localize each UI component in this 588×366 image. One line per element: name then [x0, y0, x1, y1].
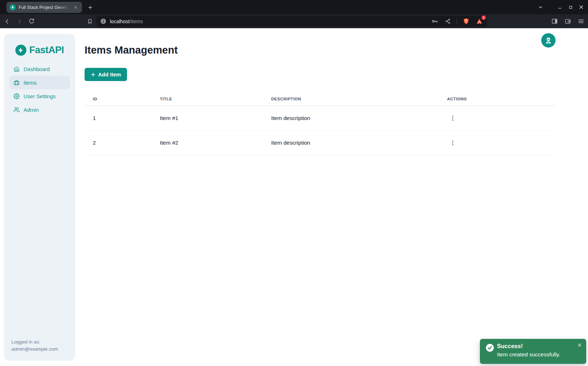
browser-titlebar: Full Stack Project Genera [0, 0, 588, 14]
urlbar-actions: 1 [430, 17, 483, 26]
table-row: 2 Item #2 Item description [84, 130, 555, 155]
column-header-id: ID [84, 92, 151, 106]
column-header-description: DESCRIPTION [263, 92, 439, 106]
url-path: /items [130, 19, 143, 24]
sidebar-item-label: Items [24, 80, 37, 86]
briefcase-icon [14, 80, 20, 86]
toast-close-icon[interactable] [576, 341, 583, 349]
add-item-button[interactable]: Add Item [85, 68, 127, 81]
cell-title: Item #1 [151, 106, 263, 130]
key-icon[interactable] [430, 17, 439, 26]
cell-description: Item description [263, 106, 439, 130]
column-header-actions: ACTIONS [439, 92, 555, 106]
fastapi-logo-icon [15, 45, 26, 56]
page-title: Items Management [85, 44, 178, 56]
table-header-row: ID TITLE DESCRIPTION ACTIONS [84, 92, 555, 106]
cell-actions [439, 130, 555, 155]
gear-icon [14, 93, 20, 99]
cell-id: 1 [84, 106, 151, 130]
brave-shield-icon[interactable] [462, 17, 470, 26]
logged-in-label: Logged in as: [11, 339, 58, 346]
users-icon [14, 107, 20, 113]
kebab-menu-icon [450, 115, 456, 121]
window-controls [535, 0, 587, 14]
cell-description: Item description [263, 130, 439, 155]
chevron-down-icon[interactable] [535, 2, 546, 12]
toolbar-divider [457, 18, 457, 24]
logged-in-info: Logged in as: admin@example.com [11, 339, 58, 353]
app-logo-text: FastAPI [29, 45, 64, 56]
user-menu-button[interactable] [541, 33, 556, 47]
sidebar: FastAPI Dashboard Items User Settings Ad… [4, 34, 75, 361]
cell-actions [439, 106, 555, 130]
check-circle-icon [485, 343, 495, 354]
forward-button[interactable] [15, 17, 24, 26]
sidebar-item-label: Admin [24, 107, 39, 113]
browser-tab[interactable]: Full Stack Project Genera [6, 2, 82, 13]
sidebar-item-label: Dashboard [24, 66, 50, 72]
sidebar-item-dashboard[interactable]: Dashboard [9, 62, 70, 76]
rewards-badge: 1 [481, 15, 486, 20]
table-row: 1 Item #1 Item description [84, 106, 555, 130]
logged-in-email: admin@example.com [11, 346, 58, 353]
brave-rewards-icon[interactable]: 1 [475, 17, 483, 26]
reload-button[interactable] [27, 17, 36, 26]
sidebar-nav: Dashboard Items User Settings Admin [9, 62, 70, 116]
success-toast: Success! Item created successfully. [480, 339, 586, 364]
cell-title: Item #2 [151, 130, 263, 155]
page-content: FastAPI Dashboard Items User Settings Ad… [0, 28, 588, 366]
toolbar-right [550, 14, 585, 28]
row-actions-menu-button[interactable] [448, 138, 458, 148]
user-astronaut-icon [544, 36, 552, 44]
items-table: ID TITLE DESCRIPTION ACTIONS 1 Item #1 I… [84, 92, 555, 155]
new-tab-button[interactable] [86, 3, 95, 12]
maximize-button[interactable] [565, 2, 576, 12]
sidebar-item-user-settings[interactable]: User Settings [9, 89, 70, 103]
wallet-icon[interactable] [563, 17, 572, 26]
sidebar-item-admin[interactable]: Admin [9, 103, 70, 116]
plus-icon [91, 72, 96, 77]
app-logo: FastAPI [4, 45, 75, 56]
close-window-button[interactable] [576, 2, 587, 12]
tab-close-icon[interactable] [72, 4, 79, 11]
cell-id: 2 [84, 130, 151, 155]
sidebar-panel-icon[interactable] [550, 17, 559, 26]
browser-toolbar: localhost/items 1 [0, 14, 588, 28]
bookmark-icon[interactable] [86, 17, 94, 26]
sidebar-item-label: User Settings [24, 93, 56, 99]
home-icon [14, 66, 20, 72]
toast-message: Item created successfully. [497, 351, 560, 358]
minimize-button[interactable] [554, 2, 565, 12]
menu-icon[interactable] [577, 17, 585, 26]
sidebar-item-items[interactable]: Items [9, 76, 70, 89]
tab-title: Full Stack Project Genera [19, 5, 70, 10]
url-bar[interactable]: localhost/items 1 [96, 16, 487, 27]
row-actions-menu-button[interactable] [448, 113, 458, 123]
nav-buttons [3, 14, 36, 28]
column-header-title: TITLE [151, 92, 263, 106]
back-button[interactable] [3, 17, 11, 26]
toast-title: Success! [497, 343, 523, 350]
add-item-label: Add Item [98, 71, 121, 77]
kebab-menu-icon [450, 140, 456, 146]
site-info-icon[interactable] [100, 18, 107, 25]
fastapi-favicon-icon [10, 4, 16, 10]
url-host: localhost [110, 19, 130, 24]
url-text: localhost/items [110, 19, 143, 24]
share-icon[interactable] [443, 17, 452, 26]
